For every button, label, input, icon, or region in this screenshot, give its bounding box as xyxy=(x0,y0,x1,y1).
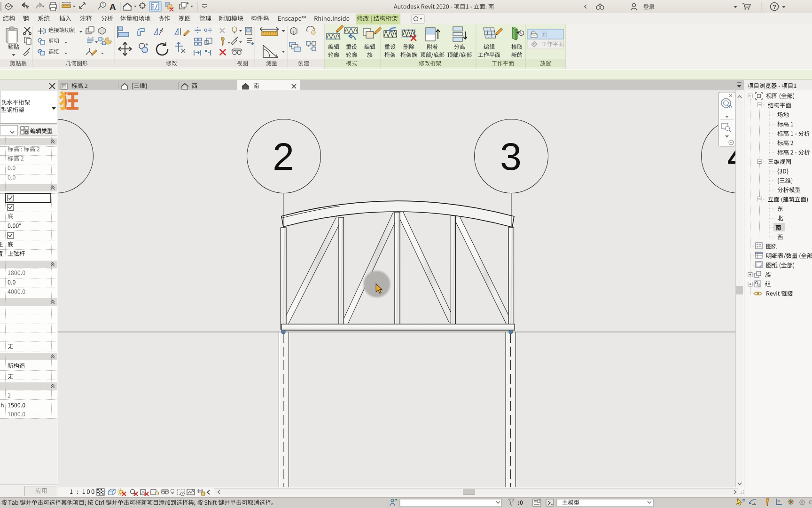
svg-text:2D: 2D xyxy=(726,104,732,109)
svg-text:3: 3 xyxy=(500,135,522,178)
svg-text:2: 2 xyxy=(273,135,294,178)
